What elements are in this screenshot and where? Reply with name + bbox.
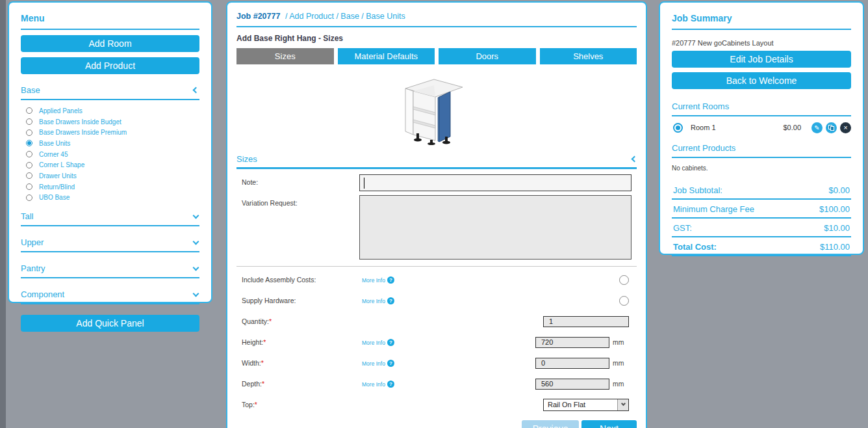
tab-shelves[interactable]: Shelves bbox=[540, 48, 637, 64]
product-option-return-blind[interactable]: Return/Blind bbox=[26, 181, 199, 193]
chevron-left-icon bbox=[632, 156, 638, 163]
product-option-corner-l-shape[interactable]: Corner L Shape bbox=[26, 159, 199, 170]
tab-bar: Sizes Material Defaults Doors Shelves bbox=[236, 48, 637, 64]
radio-icon[interactable] bbox=[26, 129, 32, 136]
top-row: Top:* Rail On Flat bbox=[236, 394, 637, 415]
pencil-icon: ✎ bbox=[814, 124, 819, 131]
supply-hardware-toggle[interactable] bbox=[619, 296, 629, 306]
job-subtotal-row: Job Subtotal: $0.00 bbox=[672, 181, 851, 200]
add-product-button[interactable]: Add Product bbox=[21, 57, 199, 74]
top-select-value: Rail On Flat bbox=[544, 401, 617, 408]
room-edit-button[interactable]: ✎ bbox=[811, 122, 823, 133]
previous-button[interactable]: Previous bbox=[522, 420, 579, 428]
width-more-info-link[interactable]: More Info ? bbox=[362, 360, 394, 367]
menu-section-upper[interactable]: Upper bbox=[21, 235, 199, 252]
room-row: Room 1 $0.00 ✎ × bbox=[672, 116, 851, 139]
room-duplicate-button[interactable] bbox=[826, 122, 837, 133]
cabinet-preview-image bbox=[236, 72, 637, 149]
variation-request-label: Variation Request: bbox=[236, 195, 359, 260]
add-room-button[interactable]: Add Room bbox=[21, 35, 199, 52]
content-panel: Job #20777 / Add Product / Base / Base U… bbox=[226, 1, 647, 428]
quantity-row: Quantity:* 1 bbox=[236, 311, 637, 332]
width-input[interactable]: 0 bbox=[535, 358, 609, 369]
back-to-welcome-button[interactable]: Back to Welcome bbox=[672, 72, 851, 89]
tab-sizes[interactable]: Sizes bbox=[236, 48, 334, 64]
job-name: #20777 New goCabinets Layout bbox=[672, 39, 851, 47]
radio-icon[interactable] bbox=[26, 118, 32, 125]
sizes-form: Note: Variation Request: Include Assembl… bbox=[236, 174, 637, 428]
room-radio-selected-icon[interactable] bbox=[673, 123, 683, 133]
help-icon: ? bbox=[387, 381, 394, 388]
product-option-drawer-units[interactable]: Drawer Units bbox=[26, 170, 199, 181]
select-dropdown-button[interactable] bbox=[617, 399, 628, 410]
job-summary-panel: Job Summary #20777 New goCabinets Layout… bbox=[659, 1, 864, 255]
product-option-base-units[interactable]: Base Units bbox=[26, 138, 199, 149]
assembly-costs-row: Include Assembly Costs: More Info ? bbox=[236, 269, 637, 290]
product-option-base-drawers-inside-premium[interactable]: Base Drawers Inside Premium bbox=[26, 127, 199, 138]
form-divider bbox=[236, 266, 637, 267]
current-rooms-header: Current Rooms bbox=[672, 100, 851, 116]
depth-input[interactable]: 560 bbox=[535, 379, 609, 390]
variation-request-textarea[interactable] bbox=[359, 195, 632, 260]
chevron-left-icon bbox=[193, 87, 199, 94]
tab-doors[interactable]: Doors bbox=[439, 48, 536, 64]
no-cabinets-text: No cabinets. bbox=[672, 165, 851, 172]
total-cost-row: Total Cost: $110.00 bbox=[672, 237, 851, 256]
radio-icon[interactable] bbox=[26, 183, 32, 190]
current-products-header: Current Products bbox=[672, 141, 851, 158]
width-row: Width:* More Info ? 0 mm bbox=[236, 353, 637, 373]
radio-icon[interactable] bbox=[26, 172, 32, 179]
menu-section-pantry[interactable]: Pantry bbox=[21, 261, 199, 278]
chevron-down-icon bbox=[193, 290, 199, 297]
window-edge bbox=[0, 0, 6, 428]
radio-icon[interactable] bbox=[26, 107, 32, 114]
height-input[interactable]: 720 bbox=[535, 337, 609, 348]
menu-title: Menu bbox=[21, 10, 199, 30]
page-title: Add Base Right Hang - Sizes bbox=[236, 34, 637, 43]
height-unit: mm bbox=[609, 338, 629, 346]
product-option-corner-45[interactable]: Corner 45 bbox=[26, 149, 199, 160]
assembly-costs-toggle[interactable] bbox=[619, 275, 629, 285]
radio-icon[interactable] bbox=[26, 194, 32, 201]
quantity-input[interactable]: 1 bbox=[543, 316, 629, 327]
menu-panel: Menu Add Room Add Product Base Applied P… bbox=[8, 1, 212, 303]
product-option-base-drawers-inside-budget[interactable]: Base Drawers Inside Budget bbox=[26, 116, 199, 127]
next-button[interactable]: Next bbox=[581, 420, 637, 428]
room-price: $0.00 bbox=[783, 124, 801, 131]
edit-job-details-button[interactable]: Edit Job Details bbox=[672, 51, 851, 68]
minimum-charge-fee-row: Minimum Charge Fee $100.00 bbox=[672, 200, 851, 219]
radio-icon[interactable] bbox=[26, 162, 32, 168]
depth-unit: mm bbox=[609, 380, 629, 388]
room-delete-button[interactable]: × bbox=[840, 122, 851, 133]
duplicate-icon bbox=[828, 125, 834, 131]
tab-material-defaults[interactable]: Material Defaults bbox=[338, 48, 435, 64]
sizes-section-header[interactable]: Sizes bbox=[236, 154, 637, 169]
radio-icon[interactable] bbox=[26, 151, 32, 157]
depth-more-info-link[interactable]: More Info ? bbox=[362, 381, 394, 388]
height-more-info-link[interactable]: More Info ? bbox=[362, 339, 394, 346]
product-option-applied-panels[interactable]: Applied Panels bbox=[26, 105, 199, 116]
depth-row: Depth:* More Info ? 560 mm bbox=[236, 373, 637, 394]
menu-section-component[interactable]: Component bbox=[21, 288, 199, 304]
gst-row: GST: $10.00 bbox=[672, 219, 851, 237]
breadcrumb-path[interactable]: / Add Product / Base / Base Units bbox=[285, 12, 405, 21]
menu-section-base[interactable]: Base bbox=[21, 83, 199, 100]
assembly-more-info-link[interactable]: More Info ? bbox=[362, 276, 394, 284]
room-name: Room 1 bbox=[691, 124, 716, 131]
quantity-label: Quantity:* bbox=[242, 317, 272, 325]
menu-section-tall[interactable]: Tall bbox=[21, 209, 199, 226]
chevron-down-icon bbox=[620, 401, 625, 406]
radio-selected-icon[interactable] bbox=[26, 140, 32, 146]
hardware-more-info-link[interactable]: More Info ? bbox=[362, 297, 394, 304]
breadcrumb-job-link[interactable]: Job #20777 bbox=[236, 12, 280, 21]
height-label: Height:* bbox=[242, 338, 266, 346]
add-quick-panel-button[interactable]: Add Quick Panel bbox=[21, 315, 199, 332]
depth-label: Depth:* bbox=[242, 380, 264, 388]
product-option-ubo-base[interactable]: UBO Base bbox=[26, 193, 199, 204]
help-icon: ? bbox=[387, 339, 394, 346]
width-label: Width:* bbox=[242, 359, 264, 367]
note-input[interactable] bbox=[359, 174, 632, 191]
top-select[interactable]: Rail On Flat bbox=[543, 399, 629, 411]
supply-hardware-row: Supply Hardware: More Info ? bbox=[236, 290, 637, 311]
top-label: Top:* bbox=[242, 401, 257, 408]
